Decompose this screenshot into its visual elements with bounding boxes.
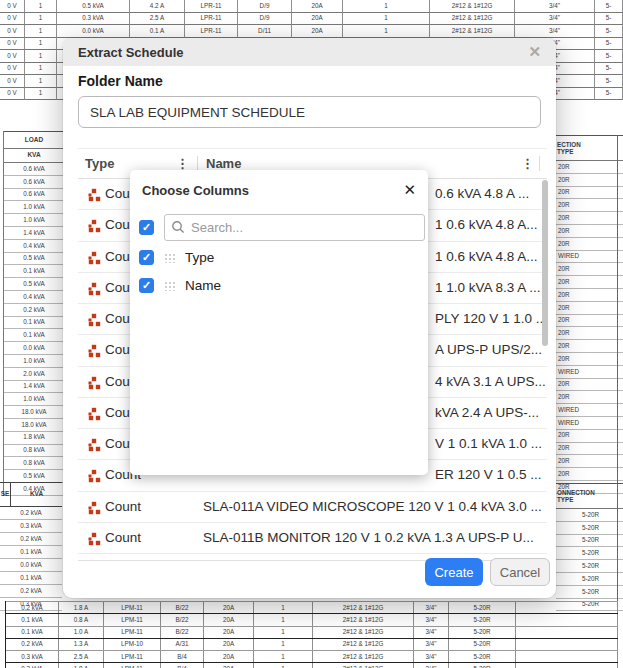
table-row[interactable]: Count SLA-011B MONITOR 120 V 1 0.2 kVA 1…	[78, 523, 547, 554]
kva-value: 0.2 kVA	[0, 507, 62, 520]
connection-value: 5-20R	[556, 586, 623, 599]
popup-column-list: ✓ Type ✓ Name	[130, 243, 428, 299]
connection-value: 5-20R	[556, 535, 623, 548]
table-row: 0.2 kVA 1.8 A LPM-11 B/4 20A 1 2#12 & 1#…	[6, 662, 618, 668]
connection-value: WIRED	[556, 417, 623, 430]
kva-value: 0.4 kVA	[4, 240, 64, 253]
column-checkbox[interactable]: ✓	[139, 278, 154, 293]
connection-value: 5-20R	[556, 547, 623, 560]
background-schedule-mid-connection: ECTION TYPE 20R20R20R20R20R20R20RWIRED20…	[556, 135, 623, 494]
row-name-fragment: 1 0.6 kVA 4.8 A...	[435, 242, 538, 272]
row-name-fragment: 0.6 kVA 4.8 A ...	[435, 179, 529, 209]
dialog-title: Extract Schedule	[78, 45, 184, 60]
connection-value: 20R	[556, 315, 623, 328]
kva-value: 0.6 kVA	[4, 189, 64, 202]
background-schedule-mid-kva: LOAD KVA 0.6 kVA0.6 kVA0.6 kVA1.0 kVA1.0…	[3, 131, 64, 496]
kva-value: 1.0 kVA	[4, 355, 64, 368]
column-divider	[197, 156, 198, 171]
connection-value: 20R	[556, 289, 623, 302]
row-name: SLA-011A VIDEO MICROSCOPE 120 V 1 0.4 kV…	[203, 492, 542, 522]
kva-value: 0.0 kVA	[4, 342, 64, 355]
column-border	[617, 135, 618, 494]
connection-value: 20R	[556, 302, 623, 315]
connection-type-header: ONNECTION TYPE	[556, 483, 623, 509]
table-row: 0 V 1 0.0 kVA 0.1 A LPR-11 D/11 20A 1 2#…	[0, 25, 623, 38]
row-name-fragment: 1 0.6 kVA 4.8 A...	[435, 210, 538, 240]
kva-value: 0.5 kVA	[4, 278, 64, 291]
column-divider	[539, 156, 540, 171]
kva-value: 18.0 kVA	[4, 406, 64, 419]
row-name-fragment: ER 120 V 1 0.5 ...	[435, 460, 542, 490]
connection-value: 20R	[556, 443, 623, 456]
row-name-fragment: A UPS-P UPS/2...	[435, 335, 542, 365]
connection-value: 20R	[556, 455, 623, 468]
dialog-header: Extract Schedule ✕	[63, 38, 556, 66]
close-icon[interactable]: ✕	[403, 181, 416, 199]
connection-value: 20R	[556, 430, 623, 443]
kva-value: 1.0 kVA	[4, 393, 64, 406]
row-name-fragment: 1 1.0 kVA 8.3 A ...	[435, 273, 541, 303]
kva-value: 0.6 kVA	[4, 163, 64, 176]
connection-value: 20R	[556, 174, 623, 187]
connection-value: 20R	[556, 238, 623, 251]
connection-value: 5-20R	[556, 522, 623, 535]
name-column-menu-icon[interactable]: ⋮	[521, 149, 534, 178]
connection-value: 20R	[556, 327, 623, 340]
bottom-kva-header: SE KVA	[0, 482, 62, 507]
kva-value: 0.2 kVA	[0, 533, 62, 546]
connection-value: 20R	[556, 212, 623, 225]
kva-value: 0.1 kVA	[0, 546, 62, 559]
table-scrollbar[interactable]	[542, 180, 548, 346]
connection-value: 20R	[556, 225, 623, 238]
column-header-type: Type	[85, 149, 114, 178]
connection-value: WIRED	[556, 404, 623, 417]
connection-value: 20R	[556, 161, 623, 174]
column-checkbox[interactable]: ✓	[139, 250, 154, 265]
check-icon: ✓	[142, 280, 151, 291]
column-item[interactable]: ✓ Name	[130, 271, 428, 299]
table-row: 0.3 kVA 2.5 A LPM-11 B/4 20A 1 2#12 & 1#…	[6, 650, 618, 662]
folder-name-input[interactable]	[78, 96, 541, 128]
folder-name-label: Folder Name	[78, 73, 163, 89]
connection-value: 20R	[556, 353, 623, 366]
row-type: Count	[105, 492, 141, 522]
connection-value: WIRED	[556, 251, 623, 264]
kva-value: 1.8 kVA	[4, 432, 64, 445]
kva-value: 0.1 kVA	[4, 317, 64, 330]
kva-value: 0.1 kVA	[4, 265, 64, 278]
kva-value: 1.4 kVA	[4, 227, 64, 240]
kva-value: 0.5 kVA	[4, 253, 64, 266]
kva-value: 1.0 kVA	[4, 214, 64, 227]
kva-value: 0.1 kVA	[4, 329, 64, 342]
row-name-fragment: V 1 0.1 kVA 1.0 ...	[435, 429, 542, 459]
connection-value: 5-20R	[556, 560, 623, 573]
close-icon[interactable]: ✕	[528, 43, 541, 61]
check-icon: ✓	[142, 252, 151, 263]
cancel-button[interactable]: Cancel	[490, 558, 550, 586]
row-name-fragment: 4 kVA 3.1 A UPS...	[435, 367, 546, 397]
search-input[interactable]	[164, 214, 425, 241]
drag-handle-icon[interactable]	[164, 252, 176, 263]
choose-columns-popup: Choose Columns ✕ ✓ ✓ Type	[130, 170, 428, 475]
connection-value: WIRED	[556, 366, 623, 379]
table-row: 0 V 1 0.5 kVA 4.2 A LPR-11 D/9 20A 1 2#1…	[0, 0, 623, 13]
drag-handle-icon[interactable]	[164, 280, 176, 291]
column-item[interactable]: ✓ Type	[130, 243, 428, 271]
kva-value: 0.0 kVA	[0, 559, 62, 572]
kva-value: 0.2 kVA	[4, 304, 64, 317]
load-header: LOAD	[4, 131, 64, 149]
connection-value: 20R	[556, 391, 623, 404]
kva-value: 2.0 kVA	[4, 368, 64, 381]
table-row[interactable]: Count SLA-011A VIDEO MICROSCOPE 120 V 1 …	[78, 492, 547, 523]
kva-value: 1.4 kVA	[4, 381, 64, 394]
connection-value: 5-20R	[556, 573, 623, 586]
kva-value: 18.0 kVA	[4, 419, 64, 432]
connection-value: 20R	[556, 263, 623, 276]
background-schedule-bottom-rows: 0.2 kVA 1.8 A LPM-11 B/22 20A 1 2#12 & 1…	[5, 601, 618, 668]
column-label: Name	[185, 278, 221, 293]
kva-value: 0.8 kVA	[4, 457, 64, 470]
create-button[interactable]: Create	[425, 558, 483, 586]
connection-value: 20R	[556, 199, 623, 212]
connection-value: 20R	[556, 379, 623, 392]
select-all-checkbox[interactable]: ✓	[139, 220, 154, 235]
